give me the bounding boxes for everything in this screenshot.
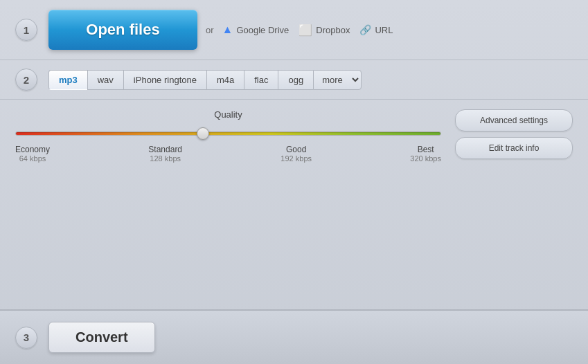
- step2-section: 2 mp3 wav iPhone ringtone m4a flac ogg m…: [0, 60, 588, 310]
- tab-wav[interactable]: wav: [87, 70, 123, 90]
- step3-row: 3 Convert: [0, 310, 588, 364]
- dropbox-label: Dropbox: [316, 25, 350, 35]
- quality-standard: Standard 128 kbps: [148, 145, 182, 163]
- format-tabs: mp3 wav iPhone ringtone m4a flac ogg mor…: [48, 70, 362, 90]
- step3-number: 3: [15, 327, 37, 349]
- app-container: 1 Open files or ▲ Google Drive ⬜ Dropbox…: [0, 0, 588, 364]
- quality-best: Best 320 kbps: [410, 145, 441, 163]
- tab-iphone-ringtone[interactable]: iPhone ringtone: [123, 70, 206, 90]
- quality-good: Good 192 kbps: [280, 145, 312, 163]
- dropbox-button[interactable]: ⬜ Dropbox: [299, 24, 350, 37]
- quality-labels: Economy 64 kbps Standard 128 kbps Good 1…: [15, 145, 441, 163]
- step2-number: 2: [15, 69, 37, 91]
- url-button[interactable]: 🔗 URL: [359, 24, 393, 35]
- google-drive-button[interactable]: ▲ Google Drive: [222, 24, 289, 36]
- quality-slider-thumb[interactable]: [197, 127, 209, 140]
- quality-slider-container: [15, 127, 441, 140]
- tab-ogg[interactable]: ogg: [278, 70, 313, 90]
- step1-row: 1 Open files or ▲ Google Drive ⬜ Dropbox…: [0, 0, 588, 60]
- tab-m4a[interactable]: m4a: [206, 70, 244, 90]
- or-text: or: [206, 25, 214, 35]
- quality-title: Quality: [15, 109, 441, 120]
- convert-button[interactable]: Convert: [48, 322, 155, 353]
- url-icon: 🔗: [359, 24, 371, 35]
- more-formats-select[interactable]: more: [313, 70, 362, 90]
- quality-economy: Economy 64 kbps: [15, 145, 50, 163]
- google-drive-icon: ▲: [222, 24, 233, 36]
- quality-panel: Quality Economy 64 kbps Standard: [15, 109, 441, 163]
- step1-number: 1: [15, 19, 37, 41]
- open-files-button[interactable]: Open files: [48, 10, 197, 50]
- step2-content: Quality Economy 64 kbps Standard: [0, 100, 588, 168]
- tab-mp3[interactable]: mp3: [48, 70, 87, 90]
- tab-flac[interactable]: flac: [244, 70, 278, 90]
- quality-slider-track: [15, 131, 441, 136]
- step2-formats-row: 2 mp3 wav iPhone ringtone m4a flac ogg m…: [0, 60, 588, 100]
- settings-buttons: Advanced settings Edit track info: [455, 109, 573, 159]
- dropbox-icon: ⬜: [299, 24, 312, 37]
- step2-main: Quality Economy 64 kbps Standard: [15, 100, 573, 168]
- advanced-settings-button[interactable]: Advanced settings: [455, 109, 573, 131]
- google-drive-label: Google Drive: [236, 25, 289, 35]
- url-label: URL: [375, 25, 393, 35]
- edit-track-info-button[interactable]: Edit track info: [455, 137, 573, 159]
